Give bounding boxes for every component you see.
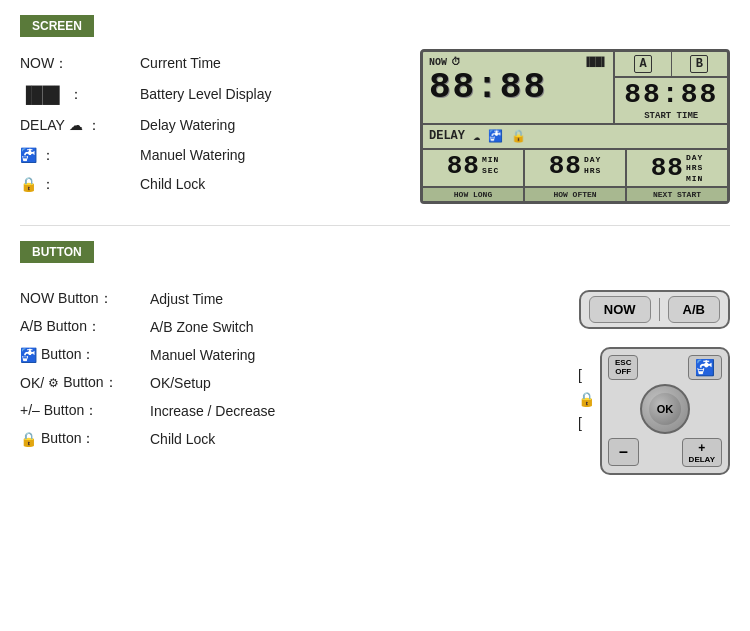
lcd-next-start: 88 DAY HRS MIN: [627, 150, 727, 186]
lcd-hrs-label: HRS: [584, 166, 601, 176]
ctrl-center: OK: [608, 384, 722, 434]
lcd-next-min: MIN: [686, 174, 703, 184]
gear-icon: ⚙: [48, 376, 59, 390]
lcd-b-button: B: [672, 52, 727, 76]
ctrl-bottom-row: – + DELAY: [608, 438, 722, 467]
ctrl-panel: ESC OFF 🚰 OK –: [600, 347, 730, 475]
off-label: OFF: [615, 367, 631, 376]
desc-row-delay: DELAY ☁ ： Delay Watering: [20, 116, 420, 136]
desc-text-battery: Battery Level Display: [140, 85, 272, 105]
ok-inner: OK: [649, 393, 681, 425]
delay-word: DELAY: [20, 116, 65, 136]
btn-separator: [659, 298, 660, 321]
lcd-a-button: A: [615, 52, 671, 76]
lcd-main-digits: 88:88: [429, 70, 607, 106]
btn-ab-desc: A/B Zone Switch: [150, 319, 254, 335]
plus-delay-button[interactable]: + DELAY: [682, 438, 722, 467]
now-hw-button[interactable]: NOW: [589, 296, 651, 323]
lcd-next-num: 88: [651, 155, 684, 181]
desc-text-lock: Child Lock: [140, 175, 205, 195]
lcd-b-label: B: [690, 55, 708, 73]
delay-colon: ：: [87, 116, 101, 136]
desc-label-lock: 🔒 ：: [20, 175, 140, 195]
lock-icon: 🔒: [20, 175, 37, 195]
button-descriptions: NOW Button： Adjust Time A/B Button： A/B …: [20, 285, 570, 458]
lcd-screen: NOW ⏱ ▐██▌ 88:88 A B 88:88: [420, 49, 730, 204]
desc-row-battery: ▐██▌ ： Battery Level Display: [20, 84, 420, 106]
battery-colon: ：: [69, 85, 83, 105]
lcd-footer: HOW LONG HOW OFTEN NEXT START: [423, 186, 727, 201]
esc-off-button[interactable]: ESC OFF: [608, 355, 638, 380]
desc-label-delay: DELAY ☁ ：: [20, 116, 140, 136]
lcd-min-label: MIN: [482, 155, 499, 165]
button-section: NOW Button： Adjust Time A/B Button： A/B …: [20, 285, 730, 475]
lcd-how-long-digits: 88 MIN SEC: [447, 153, 500, 179]
ctrl-tap-icon: 🚰: [695, 358, 715, 377]
lcd-ab-panel: A B 88:88 START TIME: [615, 52, 727, 123]
btn-row-ok: OK/ ⚙ Button： OK/Setup: [20, 374, 570, 392]
lcd-ab-buttons: A B: [615, 52, 727, 78]
screen-descriptions: NOW： Current Time ▐██▌ ： Battery Level D…: [20, 49, 420, 205]
ctrl-top-row: ESC OFF 🚰: [608, 355, 722, 380]
desc-label-now: NOW：: [20, 54, 140, 74]
lcd-how-often-num: 88: [549, 153, 582, 179]
btn-ok-text: OK/: [20, 375, 44, 391]
lcd-how-often: 88 DAY HRS: [525, 150, 627, 186]
lcd-start-label: START TIME: [644, 111, 698, 121]
water-tap-button[interactable]: 🚰: [688, 355, 722, 380]
screen-section: NOW： Current Time ▐██▌ ： Battery Level D…: [20, 49, 730, 205]
lcd-top-row: NOW ⏱ ▐██▌ 88:88 A B 88:88: [423, 52, 727, 125]
btn-lock-text: Button：: [41, 430, 95, 448]
desc-label-water: 🚰 ：: [20, 146, 140, 166]
btn-row-water: 🚰 Button： Manuel Watering: [20, 346, 570, 364]
ok-button[interactable]: OK: [640, 384, 690, 434]
btn-label-now: NOW Button：: [20, 290, 150, 308]
minus-button[interactable]: –: [608, 438, 639, 466]
btn-ok-button: Button：: [63, 374, 117, 392]
screen-badge-container: SCREEN: [20, 15, 730, 49]
btn-water-icon: 🚰: [20, 347, 37, 363]
lcd-middle-row: DELAY ☁ 🚰 🔒: [423, 125, 727, 150]
desc-text-water: Manuel Watering: [140, 146, 245, 166]
button-badge: BUTTON: [20, 241, 94, 263]
desc-row-water: 🚰 ： Manuel Watering: [20, 146, 420, 166]
ctrl-side-icons: [ 🔒 [: [578, 367, 595, 431]
lcd-lock-icon: 🔒: [511, 129, 526, 144]
btn-lock-icon: 🔒: [20, 431, 37, 447]
lcd-how-often-digits: 88 DAY HRS: [549, 153, 602, 179]
lcd-main-time: NOW ⏱ ▐██▌ 88:88: [423, 52, 615, 123]
section-divider: [20, 225, 730, 226]
lcd-start-time: 88:88 START TIME: [615, 78, 727, 123]
lcd-now-text: NOW: [429, 57, 447, 68]
btn-label-lock: 🔒 Button：: [20, 430, 150, 448]
water-colon: ：: [41, 146, 55, 166]
lcd-a-label: A: [634, 55, 652, 73]
lcd-how-often-sub: DAY HRS: [584, 155, 601, 176]
lcd-next-day: DAY: [686, 153, 703, 163]
button-badge-container: BUTTON: [20, 241, 730, 275]
btn-label-ab: A/B Button：: [20, 318, 150, 336]
ctrl-bracket-top: [: [578, 367, 595, 383]
now-ab-group: NOW A/B: [579, 290, 730, 329]
btn-row-plusminus: +/– Button： Increase / Decrease: [20, 402, 570, 420]
btn-now-text: NOW Button：: [20, 290, 113, 308]
lcd-how-long-sub: MIN SEC: [482, 155, 499, 176]
btn-label-water: 🚰 Button：: [20, 346, 150, 364]
btn-ok-desc: OK/Setup: [150, 375, 211, 391]
btn-now-desc: Adjust Time: [150, 291, 223, 307]
btn-row-lock: 🔒 Button： Child Lock: [20, 430, 570, 448]
lcd-how-long-num: 88: [447, 153, 480, 179]
lcd-tap-icon: 🚰: [488, 129, 503, 144]
lcd-start-digits: 88:88: [624, 80, 718, 111]
btn-lock-desc: Child Lock: [150, 431, 215, 447]
lcd-how-long: 88 MIN SEC: [423, 150, 525, 186]
esc-label: ESC: [615, 358, 631, 367]
desc-text-delay: Delay Watering: [140, 116, 235, 136]
delay-btn-label: DELAY: [689, 455, 715, 464]
lcd-next-start-digits: 88 DAY HRS MIN: [651, 153, 704, 184]
lcd-battery-display: ▐██▌: [583, 57, 607, 68]
lcd-delay-label: DELAY: [429, 129, 465, 143]
battery-icon: ▐██▌: [20, 84, 65, 106]
lcd-footer-how-long: HOW LONG: [423, 188, 525, 201]
ab-hw-button[interactable]: A/B: [668, 296, 720, 323]
